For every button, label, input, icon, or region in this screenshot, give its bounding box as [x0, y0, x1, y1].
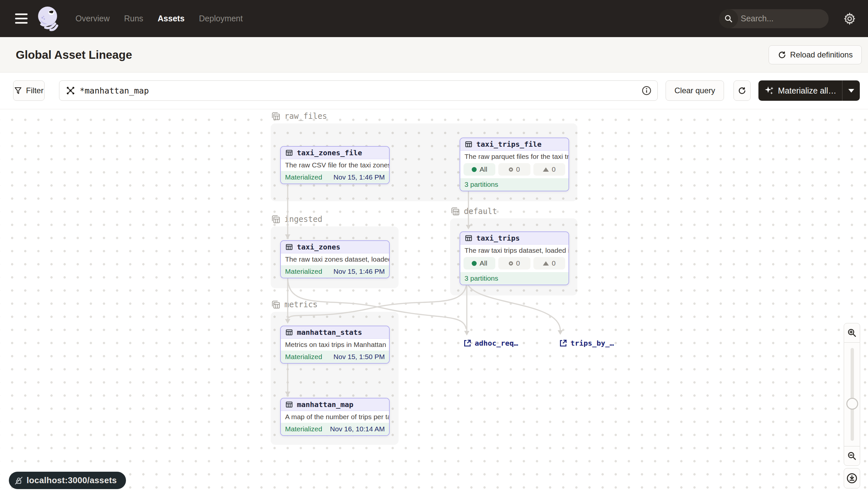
partition-badge-all: All — [463, 163, 495, 176]
table-icon — [464, 234, 473, 242]
asset-group-icon — [451, 207, 460, 216]
zoom-slider-track[interactable] — [851, 348, 854, 441]
nav-runs[interactable]: Runs — [124, 14, 143, 23]
settings-gear-icon[interactable] — [843, 12, 856, 25]
asset-node-manhattan-map[interactable]: manhattan_map A map of the number of tri… — [280, 398, 390, 436]
clear-query-button[interactable]: Clear query — [666, 81, 724, 101]
table-icon — [285, 400, 293, 409]
search-icon — [719, 9, 738, 28]
asset-timestamp: Nov 15, 1:46 PM — [334, 268, 385, 275]
partition-badge-missing: 0 — [498, 257, 530, 270]
download-image-button[interactable] — [844, 468, 860, 489]
lock-slash-icon — [14, 476, 23, 485]
asset-status: Materialized — [285, 425, 322, 433]
chevron-down-icon — [848, 89, 854, 92]
nav-deployment[interactable]: Deployment — [199, 14, 243, 23]
lineage-graph-icon — [66, 86, 75, 95]
ring-icon — [509, 167, 513, 172]
partition-badge-failed: 0 — [533, 257, 565, 270]
asset-node-taxi-trips[interactable]: taxi_trips The raw taxi trips dataset, l… — [460, 232, 569, 285]
asset-group-icon — [271, 300, 281, 309]
table-icon — [285, 243, 293, 251]
asset-query-value[interactable] — [80, 86, 637, 96]
reload-definitions-button[interactable]: Reload definitions — [768, 45, 862, 64]
asset-node-taxi-trips-file[interactable]: taxi_trips_file The raw parquet files fo… — [460, 138, 569, 191]
asset-node-taxi-zones-file[interactable]: taxi_zones_file The raw CSV file for the… — [280, 146, 390, 184]
table-icon — [285, 149, 293, 157]
asset-name: taxi_trips_file — [476, 140, 542, 148]
zoom-out-icon — [847, 451, 857, 461]
external-link-icon — [559, 339, 567, 347]
status-url-text: localhost:3000/assets — [26, 475, 117, 485]
asset-timestamp: Nov 15, 1:50 PM — [334, 353, 385, 361]
info-icon[interactable] — [642, 86, 652, 96]
materialize-options-dropdown[interactable] — [842, 81, 860, 101]
materialize-all-split-button: Materialize all… — [758, 81, 860, 101]
asset-description: The raw CSV file for the taxi zones dat.… — [281, 159, 389, 171]
filter-button[interactable]: Filter — [13, 81, 45, 101]
ring-icon — [509, 261, 513, 266]
asset-name: manhattan_map — [297, 400, 353, 409]
asset-node-manhattan-stats[interactable]: manhattan_stats Metrics on taxi trips in… — [280, 326, 390, 364]
asset-selection-input[interactable] — [59, 81, 658, 101]
asset-status: Materialized — [285, 268, 322, 275]
triangle-icon — [543, 261, 549, 266]
group-label-raw-files[interactable]: raw_files — [271, 112, 327, 121]
asset-name: manhattan_stats — [297, 328, 362, 337]
download-icon — [846, 473, 857, 484]
group-label-metrics[interactable]: metrics — [271, 300, 318, 309]
asset-description: The raw parquet files for the taxi trips… — [460, 151, 568, 163]
asset-name: taxi_zones — [297, 243, 340, 251]
primary-nav: Overview Runs Assets Deployment — [75, 14, 243, 23]
triangle-icon — [543, 167, 549, 172]
success-dot-icon — [472, 167, 477, 172]
zoom-slider[interactable] — [844, 343, 860, 446]
table-icon — [285, 328, 293, 337]
success-dot-icon — [472, 261, 477, 266]
partition-badge-failed: 0 — [533, 163, 565, 176]
external-asset-adhoc-request[interactable]: adhoc_req… — [463, 339, 518, 347]
browser-status-url: localhost:3000/assets — [9, 472, 126, 489]
partitions-footer: 3 partitions — [460, 178, 568, 191]
global-search[interactable]: / — [719, 9, 829, 28]
external-asset-trips-by-week[interactable]: trips_by_… — [559, 339, 614, 347]
materialize-all-button[interactable]: Materialize all… — [758, 81, 842, 101]
asset-description: The raw taxi zones dataset, loaded int..… — [281, 253, 389, 265]
refresh-icon — [738, 86, 746, 95]
zoom-controls — [844, 323, 860, 466]
refresh-query-button[interactable] — [733, 81, 750, 101]
page-title: Global Asset Lineage — [16, 48, 132, 62]
asset-name: taxi_zones_file — [297, 149, 362, 157]
group-label-default[interactable]: default — [451, 207, 497, 216]
partition-badge-all: All — [463, 257, 495, 270]
group-label-ingested[interactable]: ingested — [271, 215, 322, 224]
funnel-icon — [14, 87, 22, 95]
asset-description: Metrics on taxi trips in Manhattan — [281, 339, 389, 351]
lineage-toolbar: Filter Clear query — [0, 72, 868, 109]
asset-timestamp: Nov 15, 1:46 PM — [334, 173, 385, 181]
zoom-slider-knob[interactable] — [846, 398, 858, 410]
sparkles-icon — [764, 86, 774, 96]
asset-node-taxi-zones[interactable]: taxi_zones The raw taxi zones dataset, l… — [280, 240, 390, 278]
asset-group-icon — [271, 215, 281, 224]
partition-badge-missing: 0 — [498, 163, 530, 176]
asset-group-icon — [271, 112, 281, 121]
external-link-icon — [463, 339, 472, 347]
nav-overview[interactable]: Overview — [75, 14, 110, 23]
asset-description: A map of the number of trips per taxi z.… — [281, 411, 389, 423]
refresh-icon — [778, 51, 786, 59]
menu-icon[interactable] — [15, 14, 28, 24]
top-nav-bar: Overview Runs Assets Deployment / — [0, 0, 868, 37]
dagster-logo[interactable] — [35, 5, 61, 33]
asset-status: Materialized — [285, 353, 322, 361]
zoom-in-button[interactable] — [844, 323, 860, 343]
zoom-in-icon — [847, 328, 857, 338]
nav-assets[interactable]: Assets — [158, 14, 185, 23]
asset-timestamp: Nov 16, 10:14 AM — [330, 425, 385, 433]
table-icon — [464, 140, 473, 148]
page-header: Global Asset Lineage Reload definitions — [0, 37, 868, 72]
zoom-out-button[interactable] — [844, 446, 860, 466]
search-input[interactable] — [738, 14, 829, 23]
asset-description: The raw taxi trips dataset, loaded into … — [460, 244, 568, 256]
partitions-footer: 3 partitions — [460, 272, 568, 285]
